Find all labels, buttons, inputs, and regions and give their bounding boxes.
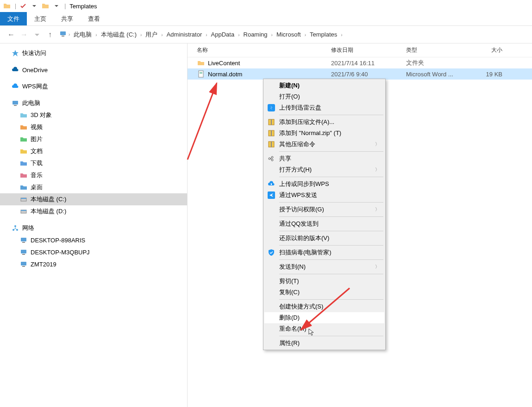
- menu-item[interactable]: 通过WPS发送: [264, 190, 384, 201]
- sidebar-item[interactable]: 下载: [0, 157, 187, 169]
- menu-item[interactable]: 剪切(T): [264, 276, 384, 287]
- menu-item[interactable]: 扫描病毒(电脑管家): [264, 247, 384, 258]
- tab-share[interactable]: 共享: [54, 12, 81, 25]
- menu-separator: [279, 202, 383, 203]
- menu-separator: [279, 231, 383, 231]
- menu-item[interactable]: 打开方式(H)〉: [264, 164, 384, 175]
- menu-item[interactable]: 创建快捷方式(S): [264, 301, 384, 312]
- sidebar-item[interactable]: 3D 对象: [0, 109, 187, 121]
- chevron-right-icon[interactable]: ›: [161, 32, 163, 37]
- sidebar-item[interactable]: 桌面: [0, 181, 187, 193]
- sidebar-item[interactable]: 图片: [0, 133, 187, 145]
- sidebar-item[interactable]: 本地磁盘 (D:): [0, 205, 187, 217]
- forward-button[interactable]: →: [18, 28, 31, 41]
- sidebar-network[interactable]: 网络: [0, 222, 187, 234]
- menu-item[interactable]: 打开(O): [264, 91, 384, 102]
- file-date: 2021/7/6 9:40: [331, 71, 406, 78]
- breadcrumb-segment[interactable]: Microsoft: [275, 29, 303, 40]
- sidebar-item[interactable]: DESKTOP-M3QBUPJ: [0, 246, 187, 258]
- column-header-type[interactable]: 类型: [406, 46, 471, 54]
- breadcrumb-segment[interactable]: Templates: [308, 29, 339, 40]
- svg-rect-18: [200, 72, 202, 73]
- menu-item[interactable]: 发送到(N)〉: [264, 261, 384, 272]
- menu-item-label: 发送到(N): [279, 263, 375, 271]
- pc-icon: [11, 99, 19, 107]
- chevron-right-icon[interactable]: ›: [341, 32, 342, 37]
- folder-icon: [19, 135, 28, 143]
- tab-view[interactable]: 查看: [81, 12, 107, 25]
- breadcrumb-segment[interactable]: AppData: [209, 29, 237, 40]
- sidebar-item-label: OneDrive: [22, 67, 48, 74]
- dropdown-icon[interactable]: [51, 1, 62, 11]
- menu-item[interactable]: 复制(C): [264, 287, 384, 298]
- tab-home[interactable]: 主页: [27, 12, 54, 25]
- blank-icon: [266, 263, 276, 271]
- sidebar-item[interactable]: DESKTOP-898ARIS: [0, 234, 187, 246]
- sidebar-quick-access[interactable]: 快速访问: [0, 47, 187, 59]
- column-header-name[interactable]: 名称: [197, 46, 331, 54]
- menu-item[interactable]: 共享: [264, 153, 384, 164]
- file-row[interactable]: LiveContent2021/7/14 16:11文件夹: [188, 57, 532, 68]
- folder-icon: [19, 159, 28, 167]
- dropdown-icon[interactable]: [29, 1, 39, 11]
- menu-item[interactable]: 其他压缩命令〉: [264, 139, 384, 150]
- sidebar-item-label: WPS网盘: [22, 82, 48, 91]
- back-button[interactable]: ←: [5, 28, 18, 41]
- menu-item[interactable]: 重命名(M): [264, 323, 384, 334]
- svg-rect-1: [62, 36, 64, 37]
- menu-item[interactable]: 删除(D): [264, 312, 384, 323]
- file-tab[interactable]: 文件: [0, 12, 27, 25]
- svg-rect-2: [13, 101, 18, 105]
- sidebar-item[interactable]: 文档: [0, 145, 187, 157]
- column-header-size[interactable]: 大小: [471, 46, 508, 54]
- chevron-right-icon[interactable]: ›: [206, 32, 207, 37]
- recent-dropdown[interactable]: [31, 28, 44, 41]
- menu-item[interactable]: 还原以前的版本(V): [264, 233, 384, 244]
- breadcrumb[interactable]: › 此电脑›本地磁盘 (C:)›用户›Administrator›AppData…: [59, 30, 527, 39]
- chevron-right-icon[interactable]: ›: [305, 32, 306, 37]
- column-header-date[interactable]: 修改日期: [331, 46, 406, 54]
- folder-icon: [2, 1, 12, 11]
- menu-separator: [279, 259, 383, 260]
- sidebar-wps[interactable]: WPS网盘: [0, 80, 187, 92]
- file-row[interactable]: Normal.dotm2021/7/6 9:40Microsoft Word .…: [188, 68, 532, 80]
- checkmark-icon[interactable]: [18, 1, 28, 11]
- blank-icon: [266, 92, 276, 101]
- menu-item[interactable]: 上传或同步到WPS: [264, 179, 384, 190]
- blank-icon: [266, 302, 276, 311]
- sidebar-this-pc[interactable]: 此电脑: [0, 97, 187, 109]
- menu-item[interactable]: 上传到迅雷云盘: [264, 102, 384, 113]
- chevron-right-icon[interactable]: ›: [238, 32, 239, 37]
- chevron-right-icon[interactable]: ›: [69, 32, 70, 37]
- svg-rect-12: [22, 242, 25, 243]
- menu-item[interactable]: 属性(R): [264, 338, 384, 349]
- sidebar-item[interactable]: 音乐: [0, 169, 187, 181]
- menu-item[interactable]: 授予访问权限(G)〉: [264, 204, 384, 215]
- sidebar-item[interactable]: 视频: [0, 121, 187, 133]
- up-button[interactable]: ↑: [44, 28, 56, 41]
- blank-icon: [266, 314, 276, 322]
- menu-item[interactable]: 添加到压缩文件(A)...: [264, 117, 384, 128]
- breadcrumb-segment[interactable]: 本地磁盘 (C:): [99, 29, 138, 40]
- breadcrumb-segment[interactable]: 此电脑: [72, 29, 94, 40]
- chevron-right-icon[interactable]: ›: [140, 32, 142, 37]
- menu-item[interactable]: 添加到 "Normal.zip" (T): [264, 128, 384, 139]
- svg-rect-14: [22, 254, 25, 255]
- menu-separator: [279, 115, 383, 115]
- blank-icon: [266, 277, 276, 285]
- svg-rect-7: [21, 210, 26, 211]
- svg-rect-22: [271, 119, 272, 125]
- menu-item-label: 授予访问权限(G): [279, 205, 375, 214]
- menu-item[interactable]: 通过QQ发送到: [264, 218, 384, 229]
- menu-item[interactable]: 新建(N): [264, 80, 384, 91]
- sidebar-onedrive[interactable]: OneDrive: [0, 64, 187, 76]
- breadcrumb-segment[interactable]: Roaming: [242, 29, 269, 40]
- sidebar-item[interactable]: ZMT2019: [0, 258, 187, 270]
- titlebar: | | Templates: [0, 0, 532, 12]
- sidebar-item[interactable]: 本地磁盘 (C:): [0, 193, 187, 205]
- chevron-right-icon[interactable]: ›: [271, 32, 273, 37]
- breadcrumb-segment[interactable]: Administrator: [165, 29, 204, 40]
- folder-icon: [19, 195, 28, 204]
- chevron-right-icon[interactable]: ›: [95, 32, 97, 37]
- breadcrumb-segment[interactable]: 用户: [144, 29, 159, 40]
